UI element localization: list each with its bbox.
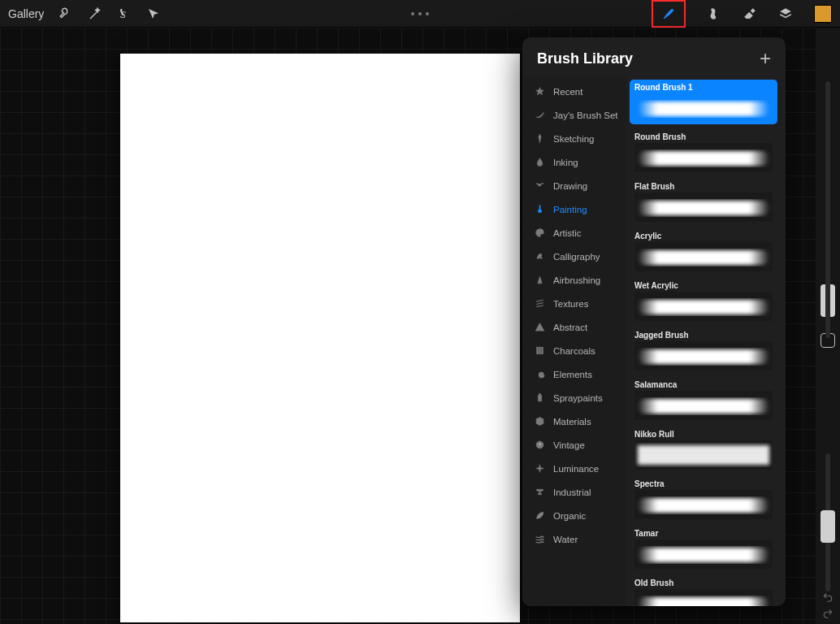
anvil-icon bbox=[534, 487, 545, 498]
brush-stroke-preview bbox=[634, 341, 773, 370]
gallery-button[interactable]: Gallery bbox=[8, 7, 44, 20]
brush-size-track bbox=[825, 81, 830, 338]
svg-rect-15 bbox=[638, 349, 769, 364]
svg-rect-19 bbox=[638, 548, 769, 562]
smudge-tool-icon[interactable] bbox=[707, 6, 721, 21]
redo-icon[interactable] bbox=[822, 608, 834, 619]
category-item[interactable]: Calligraphy bbox=[522, 245, 626, 268]
brush-tool-button[interactable] bbox=[652, 0, 686, 28]
svg-rect-18 bbox=[638, 498, 769, 513]
layers-icon[interactable] bbox=[778, 6, 793, 21]
svg-rect-8 bbox=[539, 394, 540, 396]
svg-text:S: S bbox=[120, 10, 126, 20]
category-item[interactable]: Drawing bbox=[522, 174, 626, 197]
right-sidebar bbox=[816, 28, 840, 624]
category-item[interactable]: Jay's Brush Set bbox=[522, 103, 626, 127]
script-a-icon bbox=[534, 251, 545, 262]
category-label: Elements bbox=[553, 370, 592, 379]
brush-name-label: Round Brush bbox=[634, 132, 773, 141]
panel-title: Brush Library bbox=[537, 50, 633, 67]
brush-item[interactable]: Salamanca bbox=[630, 377, 777, 422]
wrench-icon[interactable] bbox=[58, 6, 73, 21]
triangle-icon bbox=[534, 322, 545, 333]
category-item[interactable]: Industrial bbox=[522, 480, 626, 504]
brush-stroke-preview bbox=[634, 242, 773, 271]
brush-stroke-preview bbox=[634, 440, 773, 470]
spray-cone-icon bbox=[534, 275, 545, 286]
category-item[interactable]: Sketching bbox=[522, 127, 626, 150]
cube-icon bbox=[534, 416, 545, 427]
brush-name-label: Flat Brush bbox=[634, 182, 773, 191]
brush-library-panel: Brush Library + RecentJay's Brush SetSke… bbox=[522, 37, 786, 606]
category-label: Calligraphy bbox=[553, 252, 600, 262]
color-swatch[interactable] bbox=[814, 5, 832, 23]
brush-item[interactable]: Spectra bbox=[630, 476, 777, 521]
brush-item[interactable]: Tamar bbox=[630, 526, 777, 570]
category-item[interactable]: Luminance bbox=[522, 457, 626, 480]
add-brush-button[interactable]: + bbox=[760, 49, 771, 68]
brush-name-label: Acrylic bbox=[634, 232, 773, 240]
svg-rect-16 bbox=[638, 399, 769, 414]
category-item[interactable]: Organic bbox=[522, 504, 626, 527]
category-label: Abstract bbox=[553, 323, 587, 332]
select-icon[interactable]: S bbox=[117, 6, 132, 21]
svg-rect-13 bbox=[638, 250, 769, 265]
category-item[interactable]: Abstract bbox=[522, 315, 626, 339]
brush-item[interactable]: Round Brush 1 bbox=[630, 80, 777, 124]
brush-name-label: Old Brush bbox=[634, 578, 773, 587]
category-item[interactable]: Charcoals bbox=[522, 339, 626, 362]
svg-point-1 bbox=[537, 232, 538, 232]
category-item[interactable]: Materials bbox=[522, 410, 626, 433]
brush-stroke-preview bbox=[634, 540, 773, 569]
category-item[interactable]: Inking bbox=[522, 150, 626, 174]
brush-name-label: Tamar bbox=[634, 529, 773, 538]
bars-icon bbox=[534, 345, 545, 357]
category-item[interactable]: Spraypaints bbox=[522, 386, 626, 410]
category-item[interactable]: Elements bbox=[522, 362, 626, 386]
svg-rect-6 bbox=[541, 347, 543, 354]
category-item[interactable]: Textures bbox=[522, 292, 626, 315]
palette-icon bbox=[534, 228, 545, 239]
svg-point-2 bbox=[539, 230, 539, 231]
sparkle-icon bbox=[534, 463, 545, 474]
brush-stroke-preview bbox=[634, 93, 773, 123]
opacity-slider[interactable] bbox=[821, 510, 835, 543]
category-item[interactable]: Recent bbox=[522, 80, 626, 103]
category-item[interactable]: Airbrushing bbox=[522, 268, 626, 292]
category-label: Vintage bbox=[553, 440, 585, 450]
brush-item[interactable]: Flat Brush bbox=[630, 179, 777, 223]
svg-point-3 bbox=[540, 232, 541, 232]
brush-item[interactable]: Jagged Brush bbox=[630, 327, 777, 372]
category-label: Artistic bbox=[553, 228, 582, 238]
svg-rect-4 bbox=[536, 347, 538, 354]
brush-stroke-preview bbox=[634, 589, 773, 606]
cursor-icon[interactable] bbox=[146, 6, 161, 21]
category-label: Spraypaints bbox=[553, 393, 603, 403]
category-item[interactable]: Artistic bbox=[522, 221, 626, 245]
svg-rect-11 bbox=[638, 151, 769, 166]
eraser-tool-icon[interactable] bbox=[743, 6, 757, 21]
undo-icon[interactable] bbox=[822, 592, 834, 603]
svg-rect-10 bbox=[638, 102, 769, 116]
brush-item[interactable]: Nikko Rull bbox=[630, 427, 777, 471]
brush-item[interactable]: Acrylic bbox=[630, 228, 777, 273]
wand-icon[interactable] bbox=[88, 6, 102, 21]
svg-rect-17 bbox=[638, 445, 769, 465]
brush-category-list: RecentJay's Brush SetSketchingInkingDraw… bbox=[522, 76, 626, 606]
category-item[interactable]: Water bbox=[522, 527, 626, 551]
brush-stroke-preview bbox=[634, 143, 773, 172]
category-item[interactable]: Vintage bbox=[522, 433, 626, 457]
brush-stroke-preview bbox=[634, 292, 773, 321]
drop-icon bbox=[534, 157, 545, 168]
spiral-icon bbox=[534, 369, 545, 380]
category-item[interactable]: Painting bbox=[522, 197, 626, 221]
brush-item[interactable]: Wet Acrylic bbox=[630, 278, 777, 323]
svg-rect-5 bbox=[539, 347, 540, 354]
category-label: Airbrushing bbox=[553, 275, 600, 285]
overflow-menu-icon[interactable] bbox=[411, 12, 429, 15]
brush-item[interactable]: Round Brush bbox=[630, 129, 777, 174]
canvas[interactable] bbox=[120, 54, 520, 622]
can-icon bbox=[534, 392, 545, 404]
brush-item[interactable]: Old Brush bbox=[630, 575, 777, 606]
waves-icon bbox=[534, 534, 545, 545]
